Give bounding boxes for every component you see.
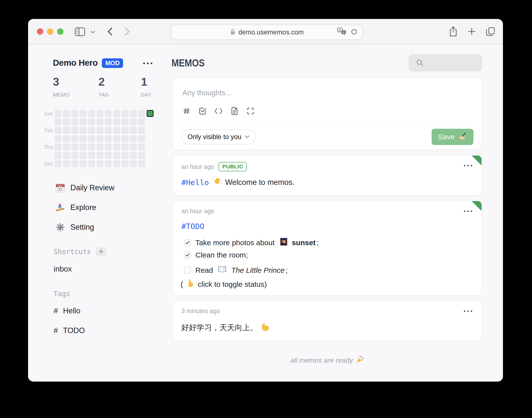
heatmap-cell[interactable]: [55, 160, 62, 167]
heatmap-cell[interactable]: [80, 118, 87, 125]
heatmap-cell[interactable]: [96, 110, 103, 117]
heatmap-cell[interactable]: [130, 118, 137, 125]
heatmap-cell[interactable]: [63, 110, 70, 117]
heatmap-cell[interactable]: [113, 118, 120, 125]
heatmap-cell[interactable]: [55, 110, 62, 117]
heatmap-cell[interactable]: [88, 110, 95, 117]
heatmap-cell[interactable]: [113, 110, 120, 117]
heatmap-cell[interactable]: [88, 118, 95, 125]
heatmap-cell[interactable]: [80, 110, 87, 117]
heatmap-cell[interactable]: [138, 144, 145, 150]
heatmap-cell[interactable]: [63, 152, 70, 159]
heatmap-cell[interactable]: [138, 118, 145, 125]
heatmap-cell[interactable]: [63, 144, 70, 150]
heatmap-cell[interactable]: [88, 152, 95, 159]
heatmap-cell[interactable]: [105, 152, 112, 159]
memo-tag[interactable]: #TODO: [181, 222, 204, 231]
heatmap-cell[interactable]: [71, 152, 78, 159]
user-more-button[interactable]: [143, 63, 152, 64]
heatmap-cell[interactable]: [55, 152, 62, 159]
heatmap-cell[interactable]: [138, 127, 145, 134]
address-bar[interactable]: demo.usememos.com A 文: [171, 25, 363, 40]
forward-icon[interactable]: [125, 27, 130, 37]
heatmap-cell[interactable]: [63, 118, 70, 125]
translate-icon[interactable]: A 文: [337, 28, 346, 37]
heatmap-cell[interactable]: [88, 160, 95, 167]
user-name[interactable]: Demo Hero: [53, 58, 98, 68]
heatmap-cell[interactable]: [138, 110, 145, 117]
new-tab-icon[interactable]: [468, 28, 475, 36]
heatmap-cell[interactable]: [113, 127, 120, 134]
heatmap-cell[interactable]: [63, 127, 70, 134]
heatmap-cell[interactable]: [80, 135, 87, 142]
heatmap-cell[interactable]: [105, 160, 112, 167]
share-icon[interactable]: [449, 26, 457, 38]
code-button[interactable]: [214, 107, 223, 115]
heatmap-cell[interactable]: [113, 152, 120, 159]
heatmap-cell[interactable]: [63, 160, 70, 167]
checkbox-button[interactable]: [198, 107, 207, 115]
heatmap-cell[interactable]: [80, 144, 87, 150]
heatmap-cell[interactable]: [130, 152, 137, 159]
heatmap-cell[interactable]: [88, 127, 95, 134]
sidebar-toggle-icon[interactable]: [75, 27, 85, 37]
checkbox-checked[interactable]: [184, 239, 191, 246]
heatmap-cell[interactable]: [122, 152, 128, 159]
heatmap-cell[interactable]: [96, 118, 103, 125]
heatmap-cell[interactable]: [96, 135, 103, 142]
heatmap-cell[interactable]: [105, 144, 112, 150]
heatmap-cell[interactable]: [122, 135, 128, 142]
minimize-button[interactable]: [47, 28, 53, 35]
sidebar-item-daily-review[interactable]: JUL17 Daily Review: [55, 181, 114, 194]
heatmap-cell[interactable]: [122, 144, 128, 150]
memo-more-button[interactable]: [464, 310, 472, 312]
heatmap-cell[interactable]: [96, 144, 103, 150]
heatmap-cell[interactable]: [130, 135, 137, 142]
heatmap-cell[interactable]: [105, 135, 112, 142]
search-input[interactable]: [408, 54, 482, 71]
heatmap-cell[interactable]: [71, 135, 78, 142]
reload-icon[interactable]: [350, 28, 358, 36]
heatmap-cell[interactable]: [130, 160, 137, 167]
memo-more-button[interactable]: [464, 210, 472, 212]
editor-placeholder[interactable]: Any thoughts...: [182, 89, 232, 97]
tab-overview-icon[interactable]: [486, 27, 495, 37]
heatmap-cell[interactable]: [71, 144, 78, 150]
close-button[interactable]: [37, 28, 43, 35]
heatmap-cell[interactable]: [55, 135, 62, 142]
heatmap-cell[interactable]: [96, 160, 103, 167]
save-button[interactable]: Save: [432, 129, 473, 145]
heatmap-cell[interactable]: [55, 144, 62, 150]
heatmap-cell[interactable]: [105, 110, 112, 117]
heatmap-cell[interactable]: [122, 118, 128, 125]
sidebar-item-setting[interactable]: Setting: [55, 221, 114, 234]
back-icon[interactable]: [107, 27, 113, 37]
heatmap-cell[interactable]: [71, 127, 78, 134]
heatmap-cell[interactable]: [130, 144, 137, 150]
heatmap-cell[interactable]: [80, 127, 87, 134]
heatmap-cell[interactable]: [130, 127, 137, 134]
heatmap-cell[interactable]: [130, 110, 137, 117]
heatmap-cell[interactable]: [63, 135, 70, 142]
tag-item-todo[interactable]: # TODO: [54, 326, 85, 335]
heatmap-cell[interactable]: [71, 110, 78, 117]
heatmap-cell[interactable]: [71, 118, 78, 125]
heatmap-cell[interactable]: [122, 110, 128, 117]
heatmap-cell[interactable]: [88, 144, 95, 150]
heatmap-cell[interactable]: [122, 127, 128, 134]
heatmap-cell[interactable]: [80, 152, 87, 159]
heatmap-cell[interactable]: [138, 160, 145, 167]
checkbox-unchecked[interactable]: [184, 267, 191, 274]
heatmap-cell[interactable]: [122, 160, 128, 167]
file-button[interactable]: [230, 107, 239, 115]
heatmap-cell-today[interactable]: [147, 110, 154, 117]
heatmap-cell[interactable]: [105, 127, 112, 134]
tag-button[interactable]: [182, 107, 191, 115]
memo-more-button[interactable]: [464, 165, 472, 166]
zoom-button[interactable]: [57, 28, 63, 35]
heatmap-cell[interactable]: [113, 144, 120, 150]
heatmap-cell[interactable]: [96, 152, 103, 159]
heatmap-cell[interactable]: [88, 135, 95, 142]
sidebar-item-explore[interactable]: Explore: [55, 201, 114, 214]
heatmap-cell[interactable]: [96, 127, 103, 134]
